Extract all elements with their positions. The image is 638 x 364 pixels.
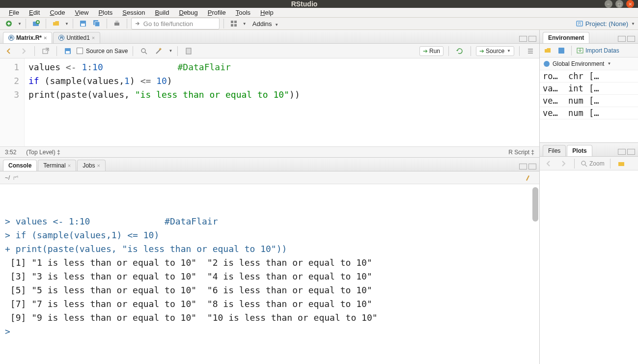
search-icon <box>140 47 148 55</box>
tab-terminal[interactable]: Terminal× <box>38 160 76 171</box>
plot-prev-button[interactable] <box>543 158 555 169</box>
forward-button[interactable] <box>18 45 29 57</box>
find-button[interactable] <box>138 45 150 57</box>
minimize-button[interactable]: − <box>605 0 612 8</box>
project-plus-icon <box>32 20 40 28</box>
env-row[interactable]: ro…chr[… <box>540 70 638 83</box>
source-on-save-checkbox[interactable] <box>77 48 83 54</box>
menu-plots[interactable]: Plots <box>94 8 116 17</box>
new-file-button[interactable] <box>3 18 15 29</box>
maximize-pane-button[interactable] <box>528 164 536 169</box>
minimize-pane-button[interactable] <box>618 149 626 155</box>
env-row[interactable]: ve…num[… <box>540 107 638 119</box>
popout-icon[interactable] <box>13 175 19 181</box>
menu-edit[interactable]: Edit <box>25 8 44 17</box>
maximize-pane-button[interactable] <box>528 36 536 42</box>
source-tab[interactable]: RMatrix.R*× <box>3 32 52 43</box>
save-button[interactable] <box>77 18 89 29</box>
chevron-down-icon[interactable]: ▼ <box>168 49 172 53</box>
close-tab-icon[interactable]: × <box>97 163 100 168</box>
source-pane: RMatrix.R*×RUntitled1× Source on Save ▼ <box>0 30 539 158</box>
save-icon <box>79 20 87 28</box>
close-window-button[interactable]: ✕ <box>626 0 634 8</box>
menu-code[interactable]: Code <box>46 8 69 17</box>
save-source-button[interactable] <box>62 45 74 57</box>
main-area: RMatrix.R*×RUntitled1× Source on Save ▼ <box>0 30 638 364</box>
close-tab-icon[interactable]: × <box>92 35 95 41</box>
menu-profile[interactable]: Profile <box>204 8 230 17</box>
import-dataset-button[interactable]: Import Datas <box>576 45 620 56</box>
rerun-button[interactable] <box>454 45 466 57</box>
chevron-down-icon[interactable]: ▼ <box>65 22 69 26</box>
menu-help[interactable]: Help <box>256 8 277 17</box>
tab-files[interactable]: Files <box>543 145 566 156</box>
project-icon: R <box>576 20 583 28</box>
menu-debug[interactable]: Debug <box>175 8 202 17</box>
code-editor[interactable]: 123 values <- 1:10 #DataFlairif (sample(… <box>0 58 539 146</box>
menu-session[interactable]: Session <box>118 8 149 17</box>
compile-report-button[interactable] <box>183 45 194 57</box>
minimize-pane-button[interactable] <box>618 36 626 42</box>
maximize-button[interactable]: ◻ <box>615 0 623 8</box>
export-plot-button[interactable] <box>615 158 627 169</box>
scrollbar-thumb[interactable] <box>532 187 538 222</box>
rerun-icon <box>456 47 464 55</box>
separator <box>519 46 520 56</box>
minimize-pane-button[interactable] <box>519 164 527 169</box>
save-workspace-button[interactable] <box>555 45 567 56</box>
run-button[interactable]: ➔ Run <box>419 46 444 56</box>
separator <box>26 19 26 28</box>
tab-jobs[interactable]: Jobs× <box>77 160 106 171</box>
maximize-pane-button[interactable] <box>627 149 635 155</box>
goto-file-function-input[interactable]: Go to file/function <box>131 18 220 29</box>
chevron-down-icon[interactable]: ▼ <box>243 22 247 26</box>
tab-console[interactable]: Console <box>3 160 37 171</box>
maximize-pane-button[interactable] <box>627 36 635 42</box>
save-all-button[interactable] <box>91 18 103 29</box>
source-button[interactable]: ➔ Source ▼ <box>476 46 514 56</box>
file-type-selector[interactable]: R Script ‡ <box>508 149 534 156</box>
code-body[interactable]: values <- 1:10 #DataFlairif (sample(valu… <box>25 58 539 146</box>
show-in-new-window-button[interactable] <box>40 45 52 57</box>
console-body[interactable]: > values <- 1:10 #DataFlair> if (sample(… <box>0 184 539 364</box>
pane-controls <box>519 164 536 171</box>
separator <box>471 46 471 56</box>
tab-environment[interactable]: Environment <box>543 32 589 43</box>
tab-plots[interactable]: Plots <box>567 145 592 156</box>
load-workspace-button[interactable] <box>542 45 554 56</box>
close-tab-icon[interactable]: × <box>44 35 47 41</box>
menu-build[interactable]: Build <box>151 8 173 17</box>
grid-button[interactable] <box>228 18 240 29</box>
project-selector[interactable]: R Project: (None) ▼ <box>576 20 635 28</box>
chevron-down-icon[interactable]: ▼ <box>18 22 22 26</box>
save-icon <box>64 47 72 55</box>
open-file-button[interactable] <box>50 18 62 29</box>
separator <box>571 46 572 56</box>
code-tools-button[interactable] <box>153 45 165 57</box>
goto-placeholder: Go to file/function <box>143 20 193 28</box>
addins-menu[interactable]: Addins ▼ <box>249 20 282 28</box>
outline-button[interactable] <box>525 45 536 57</box>
plot-next-button[interactable] <box>557 158 569 169</box>
menu-view[interactable]: View <box>71 8 92 17</box>
source-on-save-label: Source on Save <box>86 48 128 55</box>
source-tab[interactable]: RUntitled1× <box>53 32 100 43</box>
new-project-button[interactable] <box>30 18 42 29</box>
svg-rect-17 <box>66 51 70 54</box>
close-tab-icon[interactable]: × <box>68 163 71 168</box>
r-file-icon: R <box>8 35 14 41</box>
zoom-button[interactable]: Zoom <box>580 158 605 169</box>
environment-scope-bar[interactable]: Global Environment ▼ <box>540 57 638 70</box>
menu-file[interactable]: File <box>5 8 23 17</box>
menu-tools[interactable]: Tools <box>232 8 254 17</box>
env-row[interactable]: va…int[… <box>540 83 638 95</box>
cursor-position: 3:52 <box>5 149 16 156</box>
back-button[interactable] <box>3 45 15 57</box>
scope-selector[interactable]: (Top Level) ‡ <box>26 149 60 156</box>
minimize-pane-button[interactable] <box>519 36 527 42</box>
separator <box>223 19 224 28</box>
plots-toolbar: Zoom <box>540 157 638 170</box>
clear-console-button[interactable] <box>523 172 534 184</box>
print-button[interactable] <box>111 18 123 29</box>
env-row[interactable]: ve…num[… <box>540 95 638 107</box>
